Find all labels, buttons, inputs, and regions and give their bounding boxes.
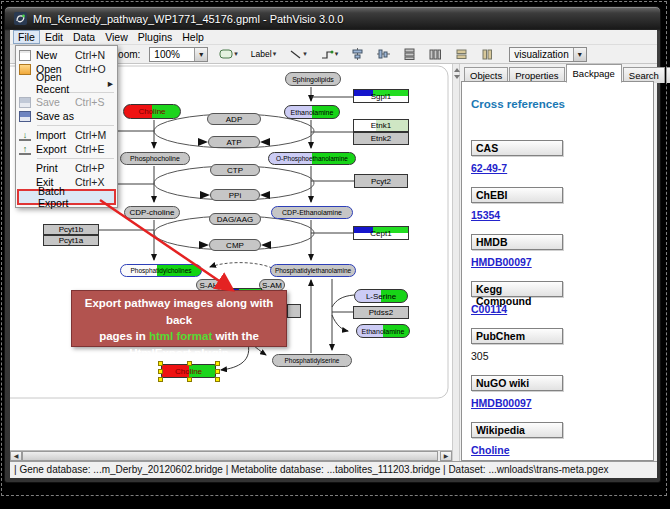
crossref-link[interactable]: Choline [471, 444, 653, 456]
visualization-value: visualization [510, 48, 572, 61]
crossref-link[interactable]: 62-49-7 [471, 162, 653, 174]
selection-handle[interactable] [187, 361, 192, 366]
scroll-left-icon[interactable]: ◀ [10, 451, 22, 461]
window-title: Mm_Kennedy_pathway_WP1771_45176.gpml - P… [33, 13, 343, 25]
menu-item-label: Save as [36, 110, 75, 122]
crossref-section-pubchem: PubChem305 [471, 328, 653, 362]
file-menu-item-print[interactable]: PrintCtrl+P [17, 161, 116, 175]
pathway-node-cept1[interactable]: Cept1 [353, 226, 409, 240]
file-menu-item-new[interactable]: NewCtrl+N [17, 48, 116, 62]
menu-plugins[interactable]: Plugins [133, 30, 177, 44]
tab-backpage[interactable]: Backpage [566, 64, 622, 83]
pathway-node-atp[interactable]: ATP [208, 136, 260, 148]
pathway-node-choline-top[interactable]: Choline [123, 104, 181, 119]
file-menu-item-save-as[interactable]: Save as [17, 109, 116, 123]
pathway-node-sgpl1[interactable]: Sgpl1 [353, 89, 409, 103]
pathway-node-ethanolamine-bottom[interactable]: Ethanolamine [356, 324, 410, 338]
selection-handle[interactable] [215, 361, 220, 366]
crossref-header: Wikipedia [471, 422, 563, 438]
visualization-combobox[interactable]: visualization ▾ [509, 47, 586, 62]
crossref-link[interactable]: 15354 [471, 209, 653, 221]
canvas-horizontal-scrollbar[interactable]: ◀ ▶ [10, 450, 452, 461]
pathway-node-ppi[interactable]: PPi [210, 189, 260, 201]
line-tool-button[interactable]: ▾ [287, 46, 309, 62]
empty-icon [19, 177, 31, 188]
backpage-panel: Cross references CAS62-49-7ChEBI15354HMD… [461, 81, 654, 461]
crossref-header: Kegg Compound [471, 281, 563, 297]
pathway-node-l-serine[interactable]: L-Serine [354, 289, 408, 303]
selection-handle[interactable] [158, 369, 163, 374]
file-menu-item-save[interactable]: SaveCtrl+S [17, 95, 116, 109]
crossref-link[interactable]: HMDB00097 [471, 397, 653, 409]
scrollbar-thumb[interactable] [22, 451, 438, 461]
pathway-node-phosphatidylcholines[interactable]: Phosphatidylcholines [120, 264, 202, 277]
selection-handle[interactable] [215, 377, 220, 382]
pathway-node-pcyt1b[interactable]: Pcyt1b [43, 224, 99, 235]
menu-data[interactable]: Data [68, 30, 100, 44]
crossref-link[interactable]: C00114 [471, 303, 653, 315]
pathway-node-pcyt2[interactable]: Pcyt2 [354, 174, 408, 188]
selection-handle[interactable] [215, 369, 220, 374]
pathway-node-gene-stub[interactable] [287, 304, 301, 318]
file-menu-item-open-recent[interactable]: Open Recent▸ [17, 76, 116, 90]
stack-horizontal-icon [429, 48, 442, 60]
crossref-link[interactable]: HMDB00097 [471, 256, 653, 268]
pathway-node-choline-selected[interactable]: Choline [161, 364, 216, 378]
menu-separator [37, 125, 114, 126]
pathway-node-ptdss2[interactable]: Ptdss2 [353, 306, 409, 319]
connector-tool-button[interactable]: ▾ [318, 46, 341, 62]
stack-vertical-icon [403, 48, 416, 60]
tab-legend[interactable]: Legend [666, 67, 670, 83]
pathway-node-phosphocholine[interactable]: Phosphocholine [120, 152, 190, 165]
label-tool-button[interactable]: Label▾ [249, 46, 278, 62]
pathway-node-cdp-ethanolamine[interactable]: CDP-Ethanolamine [271, 206, 353, 219]
stack-vertical-button[interactable] [401, 46, 418, 62]
pathway-node-pcyt1a[interactable]: Pcyt1a [43, 235, 99, 246]
callout-line-2: pages in html format with the [72, 328, 286, 345]
common-width-button[interactable] [453, 46, 470, 62]
crossref-value: 305 [471, 350, 653, 362]
label-tool-text: Label [251, 49, 272, 59]
chevron-down-icon[interactable]: ▾ [194, 48, 207, 61]
stack-horizontal-button[interactable] [427, 46, 444, 62]
menu-shortcut: Ctrl+O [75, 63, 113, 75]
common-width-icon [455, 48, 468, 60]
menu-file[interactable]: File [13, 30, 40, 44]
align-center-y-button[interactable] [375, 46, 392, 62]
pathway-node-ethanolamine-top[interactable]: Ethanolamine [284, 105, 340, 119]
pathway-node-etnk1[interactable]: Etnk1 [353, 119, 409, 132]
pathway-node-ctp[interactable]: CTP [210, 164, 260, 176]
zoom-combobox[interactable]: 100% ▾ [149, 47, 208, 62]
pathway-node-sphingolipids[interactable]: Sphingolipids [285, 72, 341, 86]
menu-help[interactable]: Help [177, 30, 209, 44]
selection-handle[interactable] [158, 361, 163, 366]
file-menu-item-export[interactable]: ↑ExportCtrl+E [17, 142, 116, 156]
status-bar: | Gene database: ...m_Derby_20120602.bri… [10, 461, 657, 478]
pathway-node-cmp[interactable]: CMP [209, 239, 261, 251]
file-menu-item-import[interactable]: ↓ImportCtrl+M [17, 128, 116, 142]
selection-handle[interactable] [187, 377, 192, 382]
menu-view[interactable]: View [100, 30, 133, 44]
selection-handle[interactable] [158, 377, 163, 382]
pathway-node-etnk2[interactable]: Etnk2 [353, 132, 409, 145]
open-folder-icon [19, 64, 31, 75]
export-icon: ↑ [19, 144, 31, 155]
pathway-node-dag-aag[interactable]: DAG/AAG [209, 213, 261, 225]
file-menu-item-batch-export[interactable]: Batch Export [17, 189, 116, 205]
pathway-node-adp[interactable]: ADP [207, 113, 261, 125]
align-center-x-button[interactable] [349, 46, 366, 62]
chevron-down-icon[interactable]: ▾ [573, 48, 586, 61]
menu-item-label: Open Recent [36, 71, 75, 95]
screenshot-root: Mm_Kennedy_pathway_WP1771_45176.gpml - P… [0, 0, 670, 509]
align-center-y-icon [377, 48, 390, 60]
common-height-button[interactable] [479, 46, 496, 62]
pathway-node-phosphatidylethanolamine[interactable]: Phosphatidylethanolamine [270, 264, 356, 277]
gene-datanode-tool-button[interactable]: ▾ [217, 46, 240, 62]
crossref-header: ChEBI [471, 187, 563, 203]
panel-splitter[interactable] [452, 64, 460, 461]
pathway-node-cdp-choline[interactable]: CDP-choline [124, 206, 180, 219]
pathway-node-o-phosphoethanolamine[interactable]: O-Phosphoethanolamine [268, 152, 356, 165]
scroll-right-icon[interactable]: ▶ [440, 451, 452, 461]
title-bar[interactable]: Mm_Kennedy_pathway_WP1771_45176.gpml - P… [5, 7, 660, 30]
menu-edit[interactable]: Edit [40, 30, 68, 44]
